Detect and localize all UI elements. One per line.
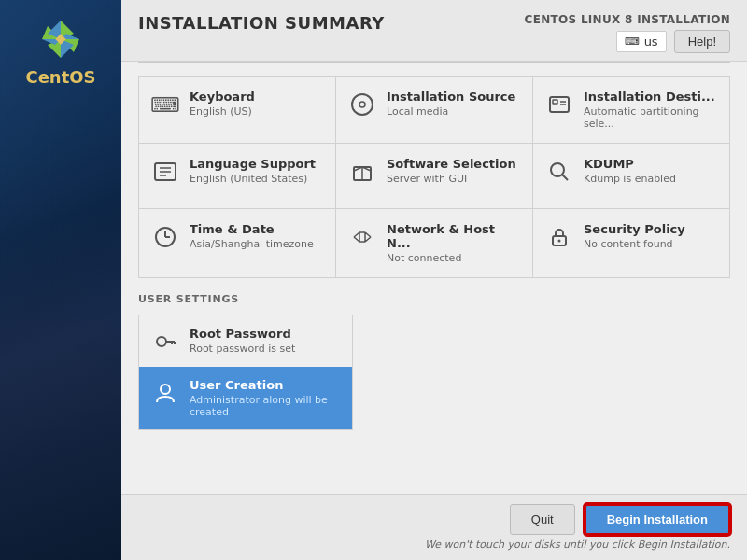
- installation-dest-item[interactable]: Installation Desti... Automatic partitio…: [533, 77, 730, 144]
- magnify-icon: [547, 160, 571, 184]
- footer-buttons: Quit Begin Installation: [138, 504, 730, 535]
- header: INSTALLATION SUMMARY CENTOS LINUX 8 INST…: [121, 0, 747, 62]
- svg-point-21: [551, 163, 564, 176]
- time-date-text: Time & Date Asia/Shanghai timezone: [190, 222, 314, 250]
- time-date-item[interactable]: Time & Date Asia/Shanghai timezone: [139, 209, 336, 278]
- software-selection-title: Software Selection: [387, 157, 516, 171]
- security-policy-title: Security Policy: [584, 222, 685, 236]
- installation-source-title: Installation Source: [387, 90, 515, 104]
- software-selection-subtitle: Server with GUI: [387, 173, 516, 185]
- user-settings-label: USER SETTINGS: [138, 293, 730, 305]
- network-host-item[interactable]: Network & Host N... Not connected: [336, 209, 533, 278]
- user-creation-text: User Creation Administrator along will b…: [190, 378, 341, 418]
- network-host-text: Network & Host N... Not connected: [387, 222, 521, 264]
- installation-dest-subtitle: Automatic partitioning sele...: [584, 105, 718, 130]
- root-password-subtitle: Root password is set: [190, 343, 295, 355]
- help-button[interactable]: Help!: [674, 30, 730, 53]
- security-policy-icon: [544, 222, 574, 252]
- content-area: ⌨ Keyboard English (US) Installation Sou…: [121, 63, 747, 494]
- lock-icon: [547, 225, 571, 249]
- installation-dest-text: Installation Desti... Automatic partitio…: [584, 90, 718, 130]
- page-title: INSTALLATION SUMMARY: [138, 13, 385, 33]
- package-icon: [350, 160, 374, 184]
- language-icon: [153, 160, 177, 184]
- footer: Quit Begin Installation We won't touch y…: [121, 494, 747, 560]
- installation-dest-icon: [544, 90, 574, 119]
- installation-source-text: Installation Source Local media: [387, 90, 515, 118]
- svg-rect-12: [553, 100, 557, 104]
- keyboard-item-icon: ⌨: [150, 90, 180, 119]
- user-settings-section: USER SETTINGS Root Password Root passwor…: [138, 293, 730, 430]
- language-support-title: Language Support: [190, 157, 316, 171]
- security-policy-subtitle: No content found: [584, 238, 685, 250]
- begin-installation-button[interactable]: Begin Installation: [585, 504, 730, 535]
- user-icon: [153, 381, 177, 405]
- language-support-text: Language Support English (United States): [190, 157, 316, 185]
- keyboard-item-text: Keyboard English (US): [190, 90, 255, 118]
- user-creation-item[interactable]: User Creation Administrator along will b…: [138, 367, 353, 430]
- svg-point-9: [352, 94, 373, 115]
- user-creation-icon: [150, 378, 180, 408]
- time-date-icon: [150, 222, 180, 252]
- keyboard-item[interactable]: ⌨ Keyboard English (US): [139, 77, 336, 144]
- svg-point-27: [558, 240, 561, 243]
- network-icon: [350, 225, 374, 249]
- kdump-title: KDUMP: [584, 157, 676, 171]
- main-panel: INSTALLATION SUMMARY CENTOS LINUX 8 INST…: [121, 0, 747, 560]
- security-policy-text: Security Policy No content found: [584, 222, 685, 250]
- clock-icon: [153, 225, 177, 249]
- footer-note: We won't touch your disks until you clic…: [138, 539, 730, 551]
- keyboard-item-subtitle: English (US): [190, 105, 255, 118]
- disc-icon: [350, 92, 374, 117]
- sidebar: CentOS: [0, 0, 121, 560]
- time-date-title: Time & Date: [190, 222, 314, 236]
- root-password-item[interactable]: Root Password Root password is set: [138, 315, 353, 368]
- quit-button[interactable]: Quit: [510, 504, 575, 535]
- software-selection-text: Software Selection Server with GUI: [387, 157, 516, 185]
- language-support-icon: [150, 157, 180, 187]
- kdump-item[interactable]: KDUMP Kdump is enabled: [533, 144, 730, 209]
- user-creation-title: User Creation: [190, 378, 341, 392]
- disk-icon: [547, 92, 571, 117]
- kdump-text: KDUMP Kdump is enabled: [584, 157, 676, 185]
- kdump-icon: [544, 157, 574, 187]
- centos-version-label: CENTOS LINUX 8 INSTALLATION: [525, 13, 730, 26]
- svg-line-22: [562, 175, 568, 180]
- network-host-subtitle: Not connected: [387, 252, 521, 264]
- language-support-subtitle: English (United States): [190, 173, 316, 185]
- security-policy-item[interactable]: Security Policy No content found: [533, 209, 730, 278]
- keyboard-selector[interactable]: ⌨ us: [616, 31, 667, 52]
- svg-point-28: [157, 337, 166, 346]
- keyboard-item-title: Keyboard: [190, 90, 255, 104]
- sidebar-brand-label: CentOS: [25, 67, 95, 87]
- centos-logo-icon: [38, 17, 83, 62]
- kdump-subtitle: Kdump is enabled: [584, 173, 676, 185]
- network-host-title: Network & Host N...: [387, 222, 521, 250]
- root-password-text: Root Password Root password is set: [190, 327, 295, 355]
- header-controls: ⌨ us Help!: [616, 30, 730, 53]
- header-right: CENTOS LINUX 8 INSTALLATION ⌨ us Help!: [525, 13, 730, 53]
- language-support-item[interactable]: Language Support English (United States): [139, 144, 336, 209]
- software-selection-item[interactable]: Software Selection Server with GUI: [336, 144, 533, 209]
- software-selection-icon: [347, 157, 377, 187]
- svg-point-32: [161, 385, 170, 394]
- root-password-icon: [150, 327, 180, 357]
- keyboard-value: us: [644, 35, 658, 49]
- svg-point-10: [359, 102, 365, 107]
- main-items-grid: ⌨ Keyboard English (US) Installation Sou…: [138, 76, 730, 278]
- keyboard-icon: ⌨: [625, 35, 640, 48]
- installation-source-icon: [347, 90, 377, 119]
- key-icon: [153, 329, 177, 354]
- user-creation-subtitle: Administrator along will be created: [190, 394, 341, 418]
- network-host-icon: [347, 222, 377, 252]
- sidebar-logo: CentOS: [25, 17, 95, 87]
- installation-dest-title: Installation Desti...: [584, 90, 718, 104]
- installation-source-subtitle: Local media: [387, 105, 515, 118]
- installation-source-item[interactable]: Installation Source Local media: [336, 77, 533, 144]
- time-date-subtitle: Asia/Shanghai timezone: [190, 238, 314, 250]
- root-password-title: Root Password: [190, 327, 295, 341]
